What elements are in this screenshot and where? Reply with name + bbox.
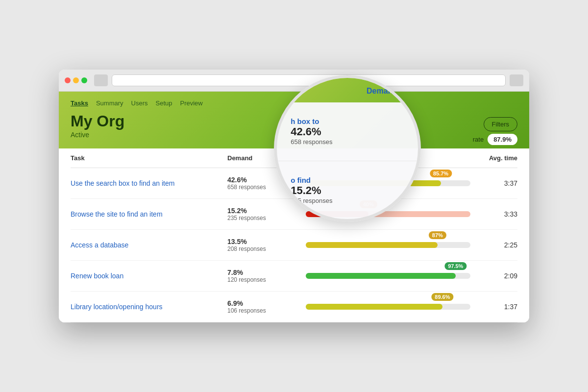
demand-pct-1: 15.2% [227,207,306,215]
table-row: Renew book loan 7.8% 120 responses 97.5%… [71,261,517,292]
col-task: Task [71,154,227,162]
bar-cell-4: 89.6% [306,304,478,310]
chevron-down-icon: ▾ [399,88,402,95]
bar-track-3: 97.5% [306,273,470,279]
col-avgtime: Avg. time [478,154,517,162]
demand-pct-3: 7.8% [227,269,306,276]
magnifier-row-1: h box to 42.6% 658 responses [277,102,418,161]
magnifier-content: h box to 42.6% 658 responses o find 15.2… [277,102,418,219]
task-link-3[interactable]: Renew book loan [71,272,227,280]
bar-badge-0: 85.7% [430,170,452,177]
demand-responses-1: 235 responses [227,215,306,221]
demand-cell-2: 13.5% 208 responses [227,238,306,252]
close-button[interactable] [65,77,71,83]
demand-responses-4: 106 responses [227,307,306,314]
magnifier-demand-label: Demand ▾ [367,87,402,96]
bar-badge-4: 89.6% [431,293,453,301]
bar-fill-4: 89.6% [306,304,442,310]
magnifier-row1-task: h box to [291,117,332,125]
completion-rate-value: 87.9% [488,134,517,145]
demand-cell-1: 15.2% 235 responses [227,207,306,221]
nav-tab-setup[interactable]: Setup [155,99,172,107]
task-link-0[interactable]: Use the search box to find an item [71,179,227,187]
bar-badge-3: 97.5% [444,262,466,270]
nav-tab-preview[interactable]: Preview [180,99,202,107]
demand-responses-3: 120 responses [227,276,306,283]
bar-cell-2: 87% [306,242,478,248]
bar-fill-3: 97.5% [306,273,456,279]
task-link-2[interactable]: Access a database [71,241,227,249]
nav-tab-users[interactable]: Users [131,99,148,107]
nav-tab-tasks[interactable]: Tasks [71,99,88,107]
magnifier-row1-stat: 42.6% [291,125,332,138]
bar-track-4: 89.6% [306,304,470,310]
avg-time-2: 2:25 [478,241,517,249]
task-link-4[interactable]: Library location/opening hours [71,303,227,311]
table-row: Library location/opening hours 6.9% 106 … [71,292,517,322]
avg-time-0: 3:37 [478,179,517,187]
bar-badge-2: 87% [429,231,446,239]
address-bar[interactable] [112,74,506,86]
filters-button[interactable]: Filters [484,117,517,131]
magnifier-row1-sub: 658 responses [291,138,332,146]
avg-time-1: 3:33 [478,210,517,218]
bar-track-2: 87% [306,242,470,248]
table-row: Browse the site to find an item 15.2% 23… [71,199,517,230]
demand-cell-3: 7.8% 120 responses [227,269,306,283]
magnifier-overlay: Demand ▾ h box to 42.6% 658 responses o … [274,75,421,222]
completion-rate-label: rate [473,136,484,143]
demand-responses-2: 208 responses [227,245,306,252]
demand-cell-4: 6.9% 106 responses [227,299,306,314]
task-link-1[interactable]: Browse the site to find an item [71,210,227,218]
nav-tab-summary[interactable]: Summary [96,99,123,107]
avg-time-4: 1:37 [478,303,517,311]
maximize-button[interactable] [81,77,87,83]
bar-fill-2: 87% [306,242,438,248]
magnifier-row2-task: o find [291,176,332,184]
minimize-button[interactable] [73,77,79,83]
traffic-lights [65,77,87,83]
demand-pct-4: 6.9% [227,299,306,307]
browser-back-button[interactable] [94,74,108,86]
browser-share-button[interactable] [510,74,523,86]
bar-cell-3: 97.5% [306,273,478,279]
table-row: Access a database 13.5% 208 responses 87… [71,230,517,261]
browser-window: Tasks Summary Users Setup Preview My Org… [59,70,529,322]
demand-pct-2: 13.5% [227,238,306,245]
avg-time-3: 2:09 [478,272,517,280]
browser-chrome [59,70,529,92]
magnifier-row2-stat: 15.2% [291,184,332,197]
